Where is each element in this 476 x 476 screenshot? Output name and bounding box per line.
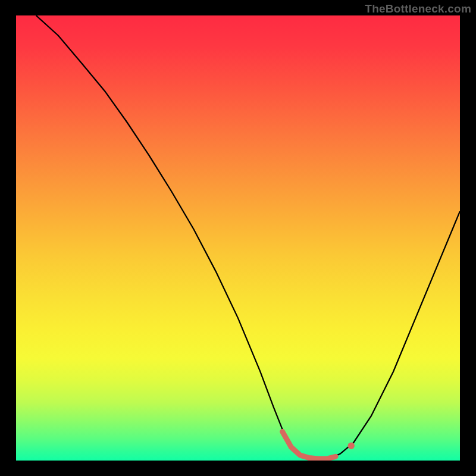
heatmap-gradient <box>16 15 460 461</box>
plot-area <box>16 15 460 461</box>
chart-container: TheBottleneck.com <box>0 0 476 476</box>
watermark-text: TheBottleneck.com <box>365 2 471 15</box>
